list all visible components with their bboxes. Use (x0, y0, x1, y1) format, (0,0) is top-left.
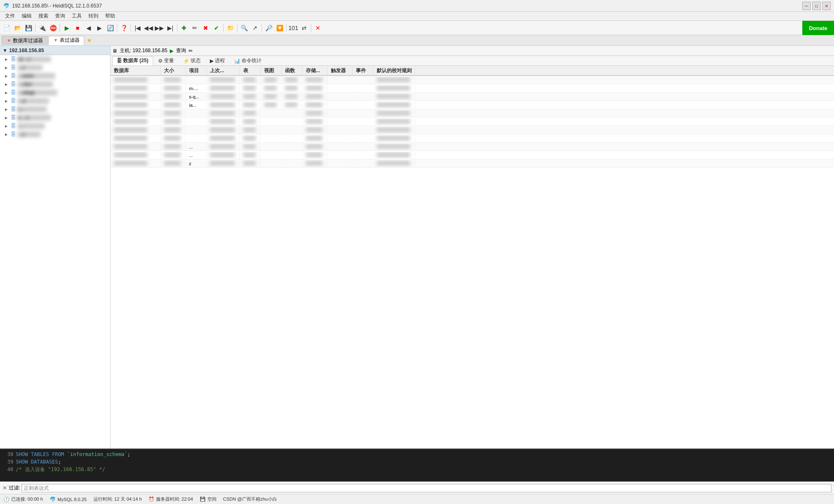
th-collation[interactable]: 默认的校对规则 (373, 66, 415, 75)
td-events (353, 96, 373, 97)
toolbar-run[interactable]: ▶ (62, 23, 72, 33)
sidebar-collapse-icon[interactable]: ▼ (3, 48, 8, 53)
td-events (353, 146, 373, 147)
td-tables (240, 160, 261, 167)
db-icon: 🗄 (11, 98, 16, 104)
table-row[interactable]: ... (111, 143, 834, 151)
toolbar-export[interactable]: ↗ (250, 23, 260, 33)
list-item[interactable]: ▶ 🗄 …aram (0, 72, 110, 80)
toolbar-edit[interactable]: ✏ (190, 23, 200, 33)
toolbar-db[interactable]: 101 (288, 23, 298, 33)
menu-bar: 文件 编辑 搜索 查询 工具 转到 帮助 (0, 12, 834, 21)
toolbar-prev[interactable]: ◀◀ (144, 23, 154, 33)
list-item[interactable]: ▶ 🗄 …z (0, 63, 110, 72)
menu-edit[interactable]: 编辑 (18, 12, 35, 20)
table-row[interactable]: ... (111, 151, 834, 159)
td-funcs (282, 77, 302, 83)
th-tables[interactable]: 表 (240, 66, 261, 75)
close-button[interactable]: ✕ (822, 2, 831, 10)
td-events (353, 105, 373, 106)
db-icon: 🗄 (11, 90, 16, 96)
toolbar-x-red[interactable]: ✕ (313, 23, 323, 33)
subtab-cmdstats[interactable]: 📊 命令统计 (230, 56, 266, 66)
th-database[interactable]: 数据库 (111, 66, 161, 75)
table-row[interactable] (111, 134, 834, 143)
toolbar-last[interactable]: ▶| (165, 23, 175, 33)
td-size (161, 77, 186, 83)
toolbar-filter[interactable]: 🔽 (275, 23, 285, 33)
toolbar-new[interactable]: 📄 (2, 23, 12, 33)
toolbar-stop[interactable]: ■ (73, 23, 83, 33)
toolbar-first[interactable]: |◀ (133, 23, 143, 33)
list-item[interactable]: ▶ 🗄 c… (0, 105, 110, 113)
tab-table-filter[interactable]: 🔻 表过滤器 (48, 36, 84, 45)
th-size[interactable]: 大小 (161, 66, 186, 75)
subtab-databases[interactable]: 🗄 数据库 (25) (112, 56, 153, 66)
separator-3 (117, 24, 117, 32)
toolbar-plus[interactable]: ✚ (179, 23, 189, 33)
td-funcs (282, 138, 302, 139)
subtab-variables[interactable]: ⚙ 变量 (154, 56, 178, 66)
query-edit-icon[interactable]: ✏ (189, 48, 193, 54)
query-editor[interactable]: 38 SHOW TABLES FROM `information_schema`… (0, 449, 834, 481)
table-row[interactable] (111, 118, 834, 126)
minimize-button[interactable]: ─ (802, 2, 811, 10)
menu-goto[interactable]: 转到 (85, 12, 102, 20)
table-row[interactable]: z (111, 159, 834, 168)
query-label[interactable]: 查询 (176, 47, 186, 54)
list-item[interactable]: ▶ 🗄 s…-c (0, 113, 110, 122)
table-header: 数据库 大小 项目 上次... 表 视图 函数 存储... 触发器 事件 默认的… (111, 66, 834, 76)
th-storage[interactable]: 存储... (302, 66, 328, 75)
table-row[interactable] (111, 76, 834, 84)
menu-file[interactable]: 文件 (2, 12, 18, 20)
toolbar-folder[interactable]: 📁 (225, 23, 235, 33)
table-row[interactable]: s-q... (111, 93, 834, 101)
toolbar-question[interactable]: ❓ (119, 23, 129, 33)
td-views (261, 130, 282, 131)
toolbar-open[interactable]: 📂 (13, 23, 23, 33)
toolbar-connect[interactable]: 🔌 (37, 23, 47, 33)
filter-input[interactable] (22, 484, 831, 492)
list-item[interactable]: ▶ 🗄 …cker (0, 80, 110, 88)
toolbar-back[interactable]: ◀ (83, 23, 93, 33)
list-item[interactable]: ▶ 🗄 …z (0, 130, 110, 139)
th-items[interactable]: 项目 (186, 66, 207, 75)
table-row[interactable] (111, 109, 834, 118)
table-row[interactable]: ia... (111, 101, 834, 109)
toolbar-disconnect[interactable]: ⛔ (48, 23, 58, 33)
th-date[interactable]: 上次... (207, 66, 240, 75)
menu-help[interactable]: 帮助 (102, 12, 118, 20)
th-views[interactable]: 视图 (261, 66, 282, 75)
toolbar-refresh[interactable]: 🔄 (105, 23, 115, 33)
subtab-process[interactable]: ▶ 进程 (206, 56, 229, 66)
th-funcs[interactable]: 函数 (282, 66, 302, 75)
toolbar-search2[interactable]: 🔎 (264, 23, 274, 33)
subtab-status[interactable]: ⚡ 状态 (179, 56, 205, 66)
toolbar-check[interactable]: ✔ (212, 23, 222, 33)
toolbar-magnify[interactable]: 🔍 (239, 23, 249, 33)
toolbar-toggle[interactable]: ⇄ (299, 23, 309, 33)
tab-db-filter[interactable]: 🔻 数据库过滤器 (2, 36, 48, 45)
list-item[interactable]: ▶ 🗄 …ategy (0, 88, 110, 97)
td-storage (302, 144, 328, 150)
menu-tools[interactable]: 工具 (68, 12, 85, 20)
list-item[interactable]: ▶ 🗄 ve…z (0, 55, 110, 63)
list-item[interactable]: ▶ 🗄 … (0, 122, 110, 130)
host-label[interactable]: 主机: 192.168.156.85 (120, 47, 167, 54)
toolbar-forward[interactable]: ▶ (94, 23, 104, 33)
menu-search[interactable]: 搜索 (35, 12, 52, 20)
toolbar-next[interactable]: ▶▶ (154, 23, 164, 33)
toolbar-minus[interactable]: ✖ (201, 23, 211, 33)
filter-close-button[interactable]: ✕ (3, 485, 7, 491)
list-item[interactable]: ▶ 🗄 …a (0, 97, 110, 105)
table-row[interactable]: m-... (111, 84, 834, 93)
maximize-button[interactable]: □ (812, 2, 821, 10)
donate-button[interactable]: Donate (802, 21, 834, 35)
toolbar-save[interactable]: 💾 (23, 23, 33, 33)
th-events[interactable]: 事件 (353, 66, 373, 75)
table-row[interactable] (111, 126, 834, 134)
menu-query[interactable]: 查询 (52, 12, 68, 20)
th-trigger[interactable]: 触发器 (328, 66, 353, 75)
td-size (161, 93, 186, 100)
subtab-cmd-icon: 📊 (234, 58, 240, 64)
